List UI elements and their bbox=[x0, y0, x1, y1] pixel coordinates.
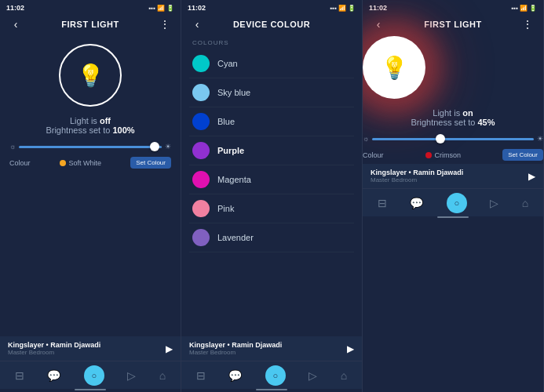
brightness-row-1: ☼ ☀ bbox=[9, 143, 171, 151]
alexa-button-2[interactable]: ○ bbox=[265, 365, 286, 386]
nav-play-1[interactable]: ▷ bbox=[127, 369, 136, 382]
colour-name-magenta: Magenta bbox=[217, 175, 251, 184]
colour-swatch-purple bbox=[192, 142, 210, 159]
colour-label-3: Colour bbox=[363, 151, 384, 159]
light-status-line2: Brightness set to 100% bbox=[46, 125, 134, 135]
play-button-2[interactable]: ▶ bbox=[347, 343, 354, 354]
panel-header-1: ‹ FIRST LIGHT ⋮ bbox=[0, 14, 181, 36]
colour-item-pink[interactable]: Pink bbox=[189, 194, 354, 223]
colour-name-pink: Pink bbox=[217, 204, 234, 213]
nav-chat-3[interactable]: 💬 bbox=[410, 197, 423, 209]
set-colour-button-1[interactable]: Set Colour bbox=[130, 157, 171, 169]
back-button-1[interactable]: ‹ bbox=[8, 18, 24, 31]
colour-item-skyblue[interactable]: Sky blue bbox=[189, 78, 354, 107]
brightness-row-3: ☼ ☀ bbox=[363, 135, 543, 143]
brightness-thumb-1[interactable] bbox=[150, 142, 159, 151]
colour-swatch-cyan bbox=[192, 55, 210, 72]
back-button-3[interactable]: ‹ bbox=[371, 18, 386, 31]
nav-play-3[interactable]: ▷ bbox=[490, 197, 498, 209]
colour-swatch-pink bbox=[192, 200, 210, 217]
colour-swatch-magenta bbox=[192, 171, 210, 188]
colour-dot-1 bbox=[60, 160, 66, 166]
status-bar-1: 11:02 ▪▪▪ 📶 🔋 bbox=[0, 0, 181, 14]
light-status-on-line2: Brightness set to 45% bbox=[363, 118, 543, 127]
colour-name-cyan: Cyan bbox=[217, 59, 238, 68]
colour-label-1: Colour bbox=[9, 159, 31, 167]
panel1-content: 💡 Light is off Brightness set to 100% ☼ … bbox=[0, 36, 181, 336]
status-icons-2: ▪▪▪ 📶 🔋 bbox=[330, 5, 356, 12]
more-button-1[interactable]: ⋮ bbox=[157, 18, 173, 31]
nav-chat-2[interactable]: 💬 bbox=[228, 369, 242, 382]
play-button-1[interactable]: ▶ bbox=[166, 343, 173, 354]
home-indicator-3 bbox=[363, 216, 543, 220]
battery-icon: 🔋 bbox=[166, 5, 174, 12]
nav-house-2[interactable]: ⌂ bbox=[341, 369, 347, 382]
battery-icon-3: 🔋 bbox=[529, 5, 537, 12]
brightness-slider-3[interactable] bbox=[372, 138, 534, 140]
music-info-3: Kingslayer • Ramin Djawadi Master Bedroo… bbox=[371, 169, 463, 183]
wifi-icon-3: 📶 bbox=[520, 5, 528, 12]
music-bar-1: Kingslayer • Ramin Djawadi Master Bedroo… bbox=[0, 336, 181, 361]
set-colour-button-3[interactable]: Set Colour bbox=[502, 149, 543, 161]
bulb-icon-off: 💡 bbox=[77, 63, 104, 89]
wifi-icon-2: 📶 bbox=[338, 5, 346, 12]
music-title-2: Kingslayer • Ramin Djawadi bbox=[189, 341, 282, 349]
colour-item-purple[interactable]: Purple bbox=[189, 136, 354, 165]
status-icons-3: ▪▪▪ 📶 🔋 bbox=[511, 5, 537, 12]
bulb-circle-on: 💡 bbox=[363, 36, 425, 99]
brightness-slider-1[interactable] bbox=[19, 146, 162, 148]
colour-name-3: Crimson bbox=[435, 151, 462, 159]
nav-house-3[interactable]: ⌂ bbox=[522, 197, 528, 209]
nav-home-3[interactable]: ⊟ bbox=[378, 197, 387, 209]
home-bar-3 bbox=[437, 216, 469, 218]
nav-play-2[interactable]: ▷ bbox=[309, 369, 317, 382]
status-bar-2: 11:02 ▪▪▪ 📶 🔋 bbox=[181, 0, 362, 14]
panel-title-1: FIRST LIGHT bbox=[24, 20, 157, 29]
music-title-3: Kingslayer • Ramin Djawadi bbox=[371, 169, 463, 176]
alexa-button-3[interactable]: ○ bbox=[447, 193, 467, 213]
wifi-icon: 📶 bbox=[157, 5, 165, 12]
panel-light-on: 11:02 ▪▪▪ 📶 🔋 ‹ FIRST LIGHT ⋮ 💡 Light is… bbox=[363, 0, 544, 392]
music-sub-3: Master Bedroom bbox=[371, 176, 463, 183]
bulb-icon-on: 💡 bbox=[381, 55, 408, 81]
colour-dot-label-3: Crimson bbox=[425, 151, 462, 159]
colour-dot-label-1: Soft White bbox=[60, 159, 102, 167]
panel-title-2: DEVICE COLOUR bbox=[205, 20, 338, 29]
colour-row-3: Colour Crimson Set Colour bbox=[363, 149, 543, 161]
sun-small-icon-3: ☼ bbox=[363, 135, 369, 143]
more-button-3[interactable]: ⋮ bbox=[520, 18, 535, 31]
colour-list: Cyan Sky blue Blue Purple Magenta Pink L… bbox=[181, 49, 362, 336]
signal-icon-3: ▪▪▪ bbox=[511, 5, 518, 12]
bottom-nav-2: ⊟ 💬 ○ ▷ ⌂ bbox=[181, 361, 362, 389]
nav-home-1[interactable]: ⊟ bbox=[15, 369, 24, 382]
panel-header-2: ‹ DEVICE COLOUR bbox=[181, 14, 362, 36]
colour-item-lavender[interactable]: Lavender bbox=[189, 223, 354, 252]
panel3-content: 💡 Light is on Brightness set to 45% ☼ ☀ … bbox=[363, 36, 543, 164]
nav-chat-1[interactable]: 💬 bbox=[47, 369, 60, 382]
sun-small-icon-1: ☼ bbox=[9, 143, 16, 151]
status-icons-1: ▪▪▪ 📶 🔋 bbox=[148, 5, 174, 12]
panel-title-3: FIRST LIGHT bbox=[386, 20, 520, 29]
music-bar-2: Kingslayer • Ramin Djawadi Master Bedroo… bbox=[181, 336, 362, 361]
back-button-2[interactable]: ‹ bbox=[189, 18, 205, 31]
home-indicator-2 bbox=[181, 389, 362, 392]
colours-section-header: COLOURS bbox=[181, 36, 362, 49]
sun-large-icon-1: ☀ bbox=[165, 143, 171, 151]
music-sub-1: Master Bedroom bbox=[8, 349, 100, 356]
light-status-on-line1: Light is on bbox=[363, 108, 543, 118]
colour-item-blue[interactable]: Blue bbox=[189, 107, 354, 136]
nav-house-1[interactable]: ⌂ bbox=[159, 369, 166, 382]
nav-home-2[interactable]: ⊟ bbox=[196, 369, 206, 382]
signal-icon: ▪▪▪ bbox=[148, 5, 155, 12]
colour-item-cyan[interactable]: Cyan bbox=[189, 49, 354, 78]
play-button-3[interactable]: ▶ bbox=[528, 171, 535, 182]
panel-light-off: 11:02 ▪▪▪ 📶 🔋 ‹ FIRST LIGHT ⋮ 💡 Light is… bbox=[0, 0, 181, 392]
colour-item-magenta[interactable]: Magenta bbox=[189, 165, 354, 194]
colour-dot-3 bbox=[425, 152, 432, 158]
colour-name-1: Soft White bbox=[69, 159, 102, 167]
brightness-thumb-3[interactable] bbox=[436, 134, 445, 143]
panel-device-colour: 11:02 ▪▪▪ 📶 🔋 ‹ DEVICE COLOUR COLOURS Cy… bbox=[181, 0, 363, 392]
alexa-button-1[interactable]: ○ bbox=[84, 365, 104, 386]
colour-row-1: Colour Soft White Set Colour bbox=[9, 157, 171, 169]
light-status-line1: Light is off bbox=[46, 116, 134, 125]
